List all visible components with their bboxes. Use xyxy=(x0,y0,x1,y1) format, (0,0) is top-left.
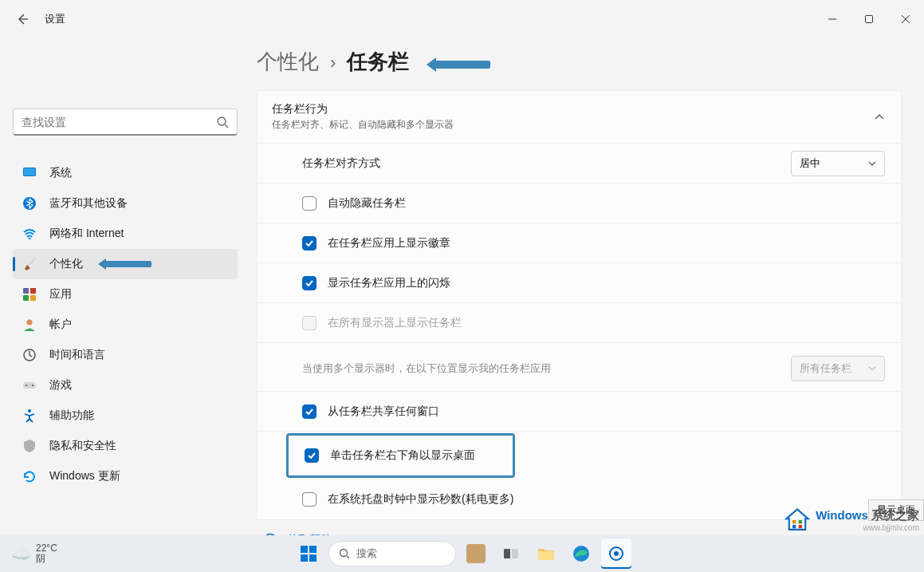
annotation-highlight: 单击任务栏右下角以显示桌面 xyxy=(286,433,515,478)
shield-icon xyxy=(22,439,37,453)
search-input[interactable] xyxy=(22,116,216,128)
sidebar-item-label: 个性化 xyxy=(49,257,83,271)
svg-point-15 xyxy=(28,409,31,412)
panel-header[interactable]: 任务栏行为 任务栏对齐、标记、自动隐藏和多个显示器 xyxy=(258,91,901,144)
check-icon xyxy=(305,407,314,416)
settings-button[interactable] xyxy=(601,538,631,569)
taskview-icon xyxy=(502,545,520,562)
taskbar[interactable]: ☁️ 22°C 阴 搜索 xyxy=(0,535,924,572)
arrow-left-icon xyxy=(16,13,29,26)
sidebar-item-label: 游戏 xyxy=(49,378,72,393)
badges-checkbox[interactable] xyxy=(302,236,317,250)
file-explorer-button[interactable] xyxy=(531,538,561,569)
edge-button[interactable] xyxy=(566,538,596,569)
search-label: 搜索 xyxy=(356,546,377,561)
svg-point-10 xyxy=(27,320,33,325)
share-window-checkbox[interactable] xyxy=(302,404,317,419)
autohide-checkbox[interactable] xyxy=(302,196,317,211)
svg-point-5 xyxy=(29,238,31,240)
svg-rect-7 xyxy=(30,288,36,294)
select-value: 所有任务栏 xyxy=(800,361,851,376)
sidebar-item-system[interactable]: 系统 xyxy=(13,158,238,188)
gamepad-icon xyxy=(22,378,37,393)
tooltip-show-desktop: 显示桌面 xyxy=(868,499,924,521)
svg-rect-18 xyxy=(301,546,308,553)
sidebar-item-account[interactable]: 帐户 xyxy=(13,310,238,340)
svg-point-1 xyxy=(218,117,226,125)
minimize-button[interactable] xyxy=(814,3,851,35)
sidebar-item-label: Windows 更新 xyxy=(49,469,120,483)
svg-point-13 xyxy=(26,385,27,386)
alignment-select[interactable]: 居中 xyxy=(791,151,885,176)
row-share-window: 从任务栏共享任何窗口 xyxy=(258,392,901,432)
taskbar-search[interactable]: 搜索 xyxy=(328,541,456,566)
breadcrumb-parent[interactable]: 个性化 xyxy=(257,48,319,76)
svg-rect-26 xyxy=(538,551,554,560)
select-value: 居中 xyxy=(800,156,820,171)
accessibility-icon xyxy=(22,408,37,423)
row-autohide: 自动隐藏任务栏 xyxy=(258,183,901,223)
close-button[interactable] xyxy=(887,3,924,35)
page-title: 任务栏 xyxy=(347,48,409,76)
maximize-button[interactable] xyxy=(851,3,887,35)
chevron-down-icon xyxy=(868,160,876,168)
close-icon xyxy=(901,14,910,24)
row-label: 从任务栏共享任何窗口 xyxy=(328,404,885,419)
sidebar-item-personalize[interactable]: 个性化 xyxy=(13,249,238,279)
row-label: 自动隐藏任务栏 xyxy=(328,196,885,211)
sidebar-item-accessibility[interactable]: 辅助功能 xyxy=(13,400,238,431)
app-title: 设置 xyxy=(45,12,65,26)
annotation-arrow-icon xyxy=(105,261,151,267)
svg-rect-20 xyxy=(301,554,308,562)
chevron-down-icon xyxy=(868,365,876,373)
minimize-icon xyxy=(828,14,837,24)
get-help-link[interactable]: ? 获取帮助 xyxy=(257,520,902,535)
svg-rect-3 xyxy=(24,168,35,176)
all-displays-checkbox xyxy=(302,316,317,330)
person-icon xyxy=(22,318,37,332)
back-button[interactable] xyxy=(14,11,30,27)
sidebar-item-time[interactable]: 时间和语言 xyxy=(13,340,238,370)
panel-title: 任务栏行为 xyxy=(272,102,856,116)
apps-icon xyxy=(22,287,37,302)
edge-icon xyxy=(572,544,591,563)
sidebar-item-label: 应用 xyxy=(49,287,72,302)
sidebar-item-label: 帐户 xyxy=(49,318,72,332)
gear-icon xyxy=(607,545,625,562)
check-icon xyxy=(305,239,314,248)
monitor-icon xyxy=(22,166,37,180)
search-icon xyxy=(216,116,229,128)
clock-globe-icon xyxy=(22,348,37,362)
bluetooth-icon xyxy=(22,196,37,211)
row-label: 单击任务栏右下角以显示桌面 xyxy=(330,448,497,463)
sidebar-item-gaming[interactable]: 游戏 xyxy=(13,370,238,400)
taskbar-app-1[interactable] xyxy=(461,538,491,569)
sidebar-item-apps[interactable]: 应用 xyxy=(13,279,238,310)
svg-rect-12 xyxy=(23,382,36,389)
folder-icon xyxy=(537,544,556,563)
tray-clock-checkbox[interactable] xyxy=(302,492,317,507)
weather-widget[interactable]: ☁️ 22°C 阴 xyxy=(11,543,57,564)
paintbrush-icon xyxy=(22,257,37,271)
multi-select: 所有任务栏 xyxy=(791,356,885,381)
task-view-button[interactable] xyxy=(496,538,526,569)
sidebar-item-update[interactable]: Windows 更新 xyxy=(13,461,238,491)
sidebar-item-privacy[interactable]: 隐私和安全性 xyxy=(13,431,238,461)
sidebar-item-network[interactable]: 网络和 Internet xyxy=(13,219,238,249)
row-label: 显示任务栏应用上的闪烁 xyxy=(328,276,885,290)
row-flashing: 显示任务栏应用上的闪烁 xyxy=(258,263,901,303)
sidebar-item-label: 网络和 Internet xyxy=(49,227,124,241)
chevron-up-icon xyxy=(874,112,885,123)
row-label: 在任务栏应用上显示徽章 xyxy=(328,236,885,250)
sidebar-item-bluetooth[interactable]: 蓝牙和其他设备 xyxy=(13,188,238,219)
search-input-wrap[interactable] xyxy=(13,108,238,136)
sidebar-item-label: 系统 xyxy=(49,166,72,180)
flashing-checkbox[interactable] xyxy=(302,276,317,290)
row-alignment: 任务栏对齐方式 居中 xyxy=(258,144,901,183)
windows-icon xyxy=(299,544,318,563)
row-multi-note: 当使用多个显示器时，在以下位置显示我的任务栏应用 所有任务栏 xyxy=(258,343,901,392)
start-button[interactable] xyxy=(293,538,324,569)
row-label: 在系统托盘时钟中显示秒数(耗电更多) xyxy=(328,492,885,507)
show-desktop-checkbox[interactable] xyxy=(305,448,319,463)
taskbar-behaviors-panel: 任务栏行为 任务栏对齐、标记、自动隐藏和多个显示器 任务栏对齐方式 居中 自动隐… xyxy=(257,90,902,520)
